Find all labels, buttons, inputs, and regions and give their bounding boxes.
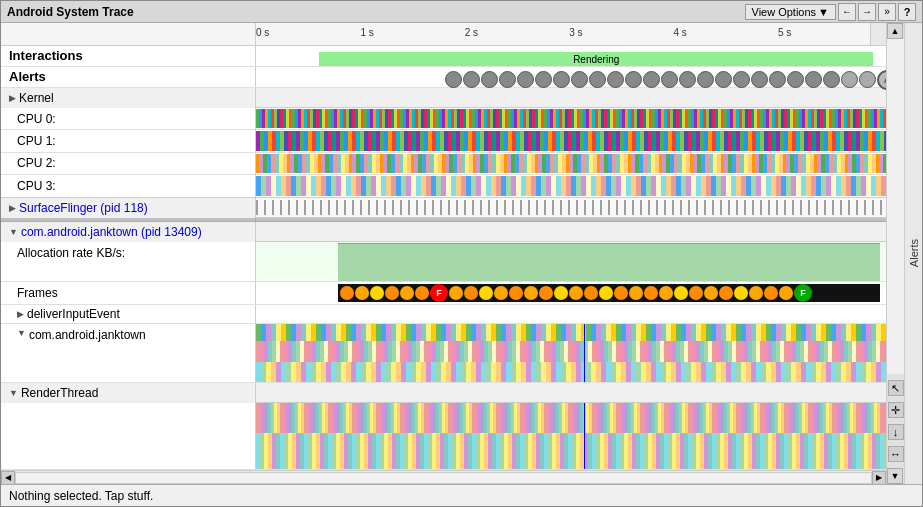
surfaceflinger-track[interactable] <box>256 198 886 217</box>
alert-circle <box>769 71 786 88</box>
alert-circle <box>481 71 498 88</box>
frames-label: Frames <box>1 282 256 303</box>
alerts-track[interactable]: A <box>256 67 886 95</box>
alert-circle <box>715 71 732 88</box>
rows-container[interactable]: Interactions Rendering Alerts <box>1 46 886 470</box>
renderthread-header-track <box>256 383 886 402</box>
interactions-label: Interactions <box>1 46 256 66</box>
renderthread-track[interactable] <box>256 403 886 469</box>
renderthread-header-label: ▼ RenderThread <box>1 383 256 403</box>
trace-area: 0 s 1 s 2 s 3 s 4 s 5 s Interactions <box>1 23 922 484</box>
nav-back-button[interactable]: ← <box>838 3 856 21</box>
alert-circle <box>553 71 570 88</box>
alert-circle <box>733 71 750 88</box>
renderthread-label <box>1 403 256 469</box>
tick-0s: 0 s <box>256 27 269 38</box>
hscroll-left-btn[interactable]: ◀ <box>1 471 15 485</box>
cpu1-track[interactable] <box>256 130 886 151</box>
janktown-track-row3 <box>256 362 886 382</box>
cpu3-bars <box>256 176 886 195</box>
nav-forward-button[interactable]: → <box>858 3 876 21</box>
tick-5s: 5 s <box>778 27 791 38</box>
frame-circle <box>464 286 478 300</box>
view-options-button[interactable]: View Options ▼ <box>745 4 837 20</box>
main-content: 0 s 1 s 2 s 3 s 4 s 5 s Interactions <box>1 23 922 484</box>
help-button[interactable]: ? <box>898 3 916 21</box>
cpu0-label: CPU 0: <box>1 108 256 129</box>
app-title: Android System Trace <box>7 5 745 19</box>
janktown-sub-expand-icon[interactable]: ▼ <box>17 328 26 338</box>
alert-circle <box>535 71 552 88</box>
vscroll-track[interactable] <box>887 39 904 374</box>
frame-circle <box>539 286 553 300</box>
app-window: Android System Trace View Options ▼ ← → … <box>0 0 923 507</box>
cpu0-bars <box>256 109 886 128</box>
frame-circle <box>599 286 613 300</box>
alloc-row: Allocation rate KB/s: <box>1 242 886 283</box>
nav-more-button[interactable]: » <box>878 3 896 21</box>
cpu3-track[interactable] <box>256 175 886 196</box>
cpu3-label: CPU 3: <box>1 175 256 196</box>
cursor-tool-btn[interactable]: ↖ <box>888 380 904 396</box>
hscroll-track[interactable] <box>15 472 872 484</box>
alert-circle <box>445 71 462 88</box>
alert-circle <box>463 71 480 88</box>
vertical-cursor <box>584 324 585 382</box>
alert-circle <box>499 71 516 88</box>
tool-icons: ↖ ✛ ↓ ↔ <box>887 374 904 468</box>
status-message: Nothing selected. Tap stuff. <box>9 489 153 503</box>
renderthread-row <box>1 403 886 470</box>
title-controls: View Options ▼ ← → » ? <box>745 3 917 21</box>
frame-circle <box>479 286 493 300</box>
frames-track[interactable]: F <box>256 282 886 303</box>
tick-2s: 2 s <box>465 27 478 38</box>
hscroll-right-btn[interactable]: ▶ <box>872 471 886 485</box>
alerts-side-label: Alerts <box>908 239 920 267</box>
alerts-side-panel: Alerts <box>904 23 922 484</box>
vscroll-down-btn[interactable]: ▼ <box>887 468 903 484</box>
move-tool-btn[interactable]: ✛ <box>888 402 904 418</box>
frames-row: Frames F <box>1 282 886 304</box>
alert-circle <box>751 71 768 88</box>
cpu0-track[interactable] <box>256 108 886 129</box>
frame-circle <box>779 286 793 300</box>
surfaceflinger-expand-icon[interactable]: ▶ <box>9 203 16 213</box>
frame-circle <box>449 286 463 300</box>
janktown-sub-label: ▼ com.android.janktown <box>1 324 256 382</box>
deliver-label: ▶ deliverInputEvent <box>1 305 256 323</box>
frame-circle <box>659 286 673 300</box>
janktown-header-row: ▼ com.android.janktown (pid 13409) <box>1 222 886 242</box>
vscroll-up-btn[interactable]: ▲ <box>887 23 903 39</box>
right-scrollbar-area: ▲ ↖ ✛ ↓ ↔ ▼ <box>886 23 904 484</box>
deliver-track[interactable] <box>256 305 886 323</box>
zoom-in-btn[interactable]: ↓ <box>888 424 904 440</box>
alert-circle-a <box>841 71 858 88</box>
render-track-top <box>256 403 886 433</box>
deliver-expand-icon[interactable]: ▶ <box>17 309 24 319</box>
hscrollbar[interactable]: ◀ ▶ <box>1 470 886 484</box>
zoom-out-btn[interactable]: ↔ <box>888 446 904 462</box>
tick-1s: 1 s <box>360 27 373 38</box>
frame-circle <box>415 286 429 300</box>
alert-circle <box>607 71 624 88</box>
cpu1-row: CPU 1: <box>1 130 886 152</box>
renderthread-expand-icon[interactable]: ▼ <box>9 388 18 398</box>
vscroll-spacer-top <box>870 23 886 45</box>
alert-circle <box>697 71 714 88</box>
cpu1-bars <box>256 131 886 150</box>
render-track-bottom <box>256 433 886 469</box>
kernel-header-label: ▶ Kernel <box>1 88 256 108</box>
cpu2-bars <box>256 154 886 173</box>
deliver-row: ▶ deliverInputEvent <box>1 305 886 324</box>
janktown-header-label: ▼ com.android.janktown (pid 13409) <box>1 222 256 242</box>
cpu2-label: CPU 2: <box>1 153 256 174</box>
frame-circle <box>385 286 399 300</box>
cpu2-track[interactable] <box>256 153 886 174</box>
kernel-expand-icon[interactable]: ▶ <box>9 93 16 103</box>
alert-circle <box>805 71 822 88</box>
janktown-sub-track[interactable] <box>256 324 886 382</box>
janktown-expand-icon[interactable]: ▼ <box>9 227 18 237</box>
frame-circle <box>509 286 523 300</box>
alert-circle <box>661 71 678 88</box>
alloc-track[interactable] <box>256 242 886 282</box>
